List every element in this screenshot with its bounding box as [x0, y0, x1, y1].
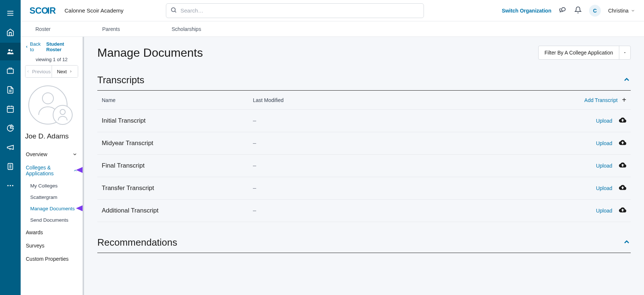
- prev-label: Previous: [32, 69, 51, 74]
- chevron-left-icon: [25, 45, 28, 49]
- table-row: Transfer Transcript – Upload: [97, 177, 631, 200]
- icon-rail: [0, 0, 21, 295]
- search-input[interactable]: [166, 3, 424, 18]
- switch-organization-link[interactable]: Switch Organization: [502, 8, 551, 14]
- chevron-right-icon: [69, 70, 73, 73]
- col-name: Name: [102, 97, 253, 103]
- row-name: Final Transcript: [102, 162, 253, 169]
- top-header: SCOIR Calonne Scoir Academy Switch Organ…: [21, 0, 644, 21]
- cloud-upload-icon: [619, 184, 626, 193]
- svg-line-23: [175, 11, 176, 12]
- cloud-upload-icon: [619, 206, 626, 215]
- user-name-label: Christina: [608, 8, 629, 14]
- viewing-label: viewing 1 of 12: [21, 55, 83, 65]
- sidebar-scattergram[interactable]: Scattergram: [24, 192, 80, 203]
- back-prefix: Back to: [30, 41, 45, 52]
- svg-point-4: [11, 50, 13, 52]
- upload-button[interactable]: Upload: [596, 208, 612, 214]
- row-name: Midyear Transcript: [102, 140, 253, 147]
- sidebar-my-colleges[interactable]: My Colleges: [24, 180, 80, 192]
- svg-point-21: [12, 185, 14, 186]
- transcripts-title: Transcripts: [97, 74, 145, 86]
- user-menu[interactable]: Christina: [608, 8, 635, 14]
- upload-button[interactable]: Upload: [596, 118, 612, 124]
- row-modified: –: [253, 185, 596, 192]
- people-icon[interactable]: [0, 43, 21, 60]
- sidebar-awards[interactable]: Awards: [24, 226, 80, 239]
- calendar-icon[interactable]: [0, 100, 21, 118]
- pager: Previous Next: [25, 65, 78, 78]
- chevron-down-icon: [72, 152, 77, 157]
- document-icon[interactable]: [0, 81, 21, 99]
- user-avatar[interactable]: C: [589, 5, 601, 17]
- table-row: Initial Transcript – Upload: [97, 110, 631, 132]
- menu-toggle-icon[interactable]: [0, 4, 21, 22]
- nav-scholarships[interactable]: Scholarships: [171, 26, 201, 32]
- bell-icon[interactable]: [574, 6, 582, 15]
- filter-button[interactable]: Filter By A College Application: [538, 46, 631, 60]
- filter-label: Filter By A College Application: [539, 50, 619, 56]
- annotation-arrow-icon: [76, 204, 84, 214]
- collapse-icon[interactable]: [623, 75, 631, 85]
- add-transcript-label: Add Transcript: [584, 97, 617, 103]
- more-icon[interactable]: [0, 177, 21, 194]
- chevron-down-icon: [631, 8, 635, 13]
- student-sidebar: Back to Student Roster viewing 1 of 12 P…: [21, 37, 84, 295]
- table-row: Midyear Transcript – Upload: [97, 132, 631, 155]
- next-label: Next: [57, 69, 67, 74]
- sidebar-send-documents[interactable]: Send Documents: [24, 214, 80, 226]
- student-name: Joe D. Adams: [21, 132, 83, 148]
- manage-documents-label: Manage Documents: [30, 206, 75, 211]
- svg-point-3: [8, 49, 11, 52]
- collapse-icon[interactable]: [623, 238, 631, 247]
- search-icon: [170, 7, 177, 15]
- nav-parents[interactable]: Parents: [102, 26, 120, 32]
- upload-button[interactable]: Upload: [596, 185, 612, 191]
- search-box: [166, 3, 424, 18]
- previous-button[interactable]: Previous: [25, 66, 52, 77]
- plus-icon: +: [622, 96, 626, 104]
- cloud-upload-icon: [619, 116, 626, 125]
- chart-icon[interactable]: [0, 119, 21, 137]
- add-transcript-button[interactable]: Add Transcript +: [584, 96, 626, 104]
- svg-point-20: [10, 185, 11, 186]
- sidebar-colleges-applications[interactable]: Colleges & Applications: [24, 161, 80, 180]
- row-modified: –: [253, 140, 596, 147]
- svg-point-19: [7, 185, 9, 186]
- row-name: Additional Transcript: [102, 207, 253, 214]
- next-button[interactable]: Next: [52, 66, 78, 77]
- sidebar-surveys[interactable]: Surveys: [24, 239, 80, 252]
- page-title: Manage Documents: [97, 46, 203, 60]
- row-modified: –: [253, 162, 596, 169]
- chat-icon[interactable]: [559, 6, 567, 15]
- svg-point-22: [171, 8, 175, 12]
- cloud-upload-icon: [619, 161, 626, 170]
- home-icon[interactable]: [0, 24, 21, 41]
- upload-button[interactable]: Upload: [596, 140, 612, 146]
- building-icon[interactable]: [0, 62, 21, 80]
- back-to-roster[interactable]: Back to Student Roster: [21, 37, 83, 55]
- caret-down-icon: [619, 46, 630, 59]
- megaphone-icon[interactable]: [0, 138, 21, 156]
- svg-point-25: [42, 93, 53, 104]
- chevron-left-icon: [26, 70, 30, 73]
- upload-button[interactable]: Upload: [596, 163, 612, 169]
- cloud-upload-icon: [619, 139, 626, 148]
- col-modified: Last Modified: [253, 97, 584, 103]
- sidebar-custom-properties[interactable]: Custom Properties: [24, 252, 80, 266]
- nav-roster[interactable]: Roster: [35, 26, 51, 32]
- row-modified: –: [253, 117, 596, 124]
- recommendations-section: Recommendations: [97, 237, 631, 253]
- sidebar-overview[interactable]: Overview: [24, 148, 80, 161]
- logo[interactable]: SCOIR: [29, 6, 56, 16]
- svg-rect-5: [7, 69, 14, 73]
- sidebar-manage-documents[interactable]: Manage Documents: [24, 203, 80, 214]
- transcripts-section: Transcripts Name Last Modified Add Trans…: [97, 74, 631, 222]
- svg-rect-11: [7, 106, 14, 113]
- table-row: Final Transcript – Upload: [97, 155, 631, 177]
- table-row: Additional Transcript – Upload: [97, 200, 631, 222]
- main-content: Manage Documents Filter By A College App…: [84, 37, 644, 295]
- recommendations-title: Recommendations: [97, 237, 177, 248]
- row-name: Transfer Transcript: [102, 185, 253, 192]
- clipboard-icon[interactable]: [0, 158, 21, 175]
